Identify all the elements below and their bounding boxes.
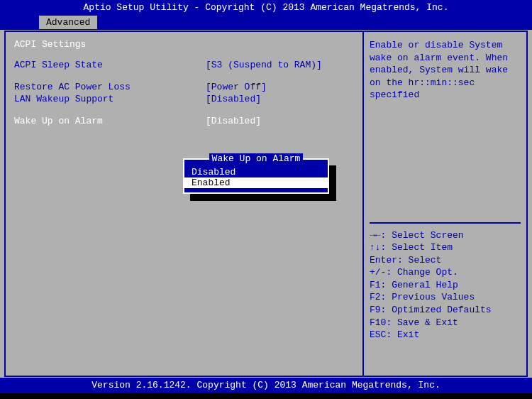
setting-row[interactable]: Restore AC Power Loss[Power Off] — [14, 82, 354, 92]
key-help: →←: Select Screen↑↓: Select ItemEnter: S… — [370, 229, 521, 341]
main-area: ACPI Settings ACPI Sleep State[S3 (Suspe… — [0, 30, 532, 378]
setting-value: [Disabled] — [206, 94, 261, 104]
settings-list: ACPI Sleep State[S3 (Suspend to RAM)]Res… — [14, 60, 354, 126]
keyhelp-row: ↑↓: Select Item — [370, 241, 521, 254]
setting-label: Wake Up on Alarm — [14, 116, 206, 126]
keyhelp-row: →←: Select Screen — [370, 229, 521, 242]
setting-row[interactable]: Wake Up on Alarm[Disabled] — [14, 116, 354, 126]
keyhelp-row: Enter: Select — [370, 254, 521, 267]
keyhelp-row: F2: Previous Values — [370, 291, 521, 304]
keyhelp-row: F1: General Help — [370, 279, 521, 292]
setting-value: [S3 (Suspend to RAM)] — [206, 60, 322, 70]
tab-advanced[interactable]: Advanced — [39, 16, 97, 29]
setting-row[interactable]: ACPI Sleep State[S3 (Suspend to RAM)] — [14, 60, 354, 70]
setting-row[interactable]: LAN Wakeup Support[Disabled] — [14, 94, 354, 104]
popup-options: DisabledEnabled — [184, 167, 328, 188]
keyhelp-row: ESC: Exit — [370, 329, 521, 341]
popup-title: Wake Up on Alarm — [184, 153, 328, 164]
header-bar: Aptio Setup Utility - Copyright (C) 2013… — [0, 0, 532, 16]
popup-option[interactable]: Disabled — [184, 167, 328, 177]
setting-label: ACPI Sleep State — [14, 60, 206, 70]
footer-text: Version 2.16.1242. Copyright (C) 2013 Am… — [92, 380, 440, 390]
divider — [370, 222, 521, 224]
setting-value: [Power Off] — [206, 82, 267, 92]
keyhelp-row: F10: Save & Exit — [370, 317, 521, 329]
popup-wake-up-on-alarm: Wake Up on Alarm DisabledEnabled — [183, 158, 329, 194]
popup-option[interactable]: Enabled — [184, 177, 328, 188]
footer-bar: Version 2.16.1242. Copyright (C) 2013 Am… — [0, 378, 532, 393]
help-panel: Enable or disable System wake on alarm e… — [363, 31, 528, 377]
settings-panel: ACPI Settings ACPI Sleep State[S3 (Suspe… — [4, 31, 363, 377]
setting-label: LAN Wakeup Support — [14, 94, 206, 104]
setting-value: [Disabled] — [206, 116, 261, 126]
tab-bar: Advanced — [0, 16, 532, 30]
setting-label: Restore AC Power Loss — [14, 82, 206, 92]
section-title: ACPI Settings — [14, 39, 354, 50]
help-text: Enable or disable System wake on alarm e… — [370, 39, 521, 102]
keyhelp-row: +/-: Change Opt. — [370, 266, 521, 279]
keyhelp-row: F9: Optimized Defaults — [370, 304, 521, 317]
app-title: Aptio Setup Utility - Copyright (C) 2013… — [84, 2, 449, 13]
